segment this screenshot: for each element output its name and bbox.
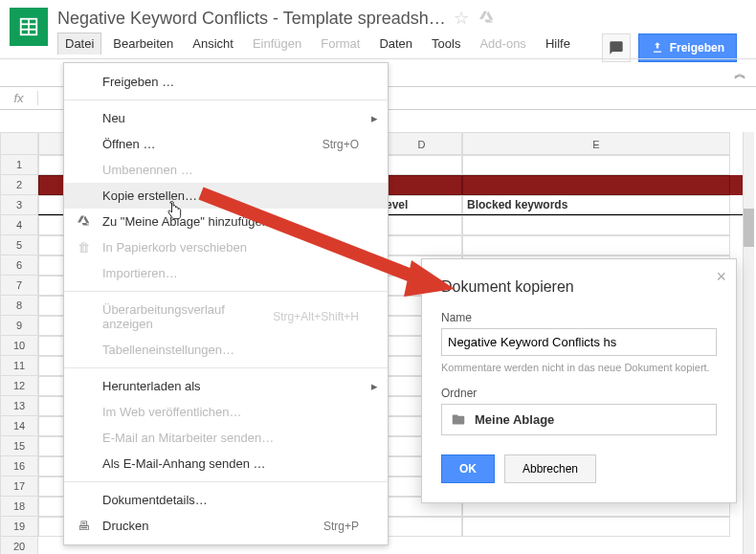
ok-button[interactable]: OK <box>441 454 495 483</box>
menu-item-papierkorb: 🗑 In Papierkorb verschieben <box>64 234 388 260</box>
menu-ansicht[interactable]: Ansicht <box>185 33 241 55</box>
folder-label: Ordner <box>441 387 717 400</box>
menu-item-herunterladen[interactable]: Herunterladen als▸ <box>64 373 388 399</box>
row-header[interactable]: 6 <box>0 255 38 276</box>
star-icon[interactable]: ☆ <box>454 8 469 29</box>
menu-datei[interactable]: Datei <box>57 33 101 55</box>
dialog-hint: Kommentare werden nicht in das neue Doku… <box>441 362 717 373</box>
row-header[interactable]: 11 <box>0 356 38 376</box>
menu-item-verlauf: Überarbeitungsverlauf anzeigenStrg+Alt+S… <box>64 297 388 337</box>
row-header[interactable]: 17 <box>0 476 38 497</box>
folder-icon <box>450 412 467 427</box>
row-header[interactable]: 20 <box>0 537 38 554</box>
vertical-scrollbar[interactable] <box>743 132 754 554</box>
menu-bearbeiten[interactable]: Bearbeiten <box>105 33 181 55</box>
menu-item-importieren: Importieren… <box>64 260 388 286</box>
submenu-arrow-icon: ▸ <box>371 111 378 125</box>
row-headers: 123456789101112131415161718192021 <box>0 155 38 554</box>
row-header[interactable]: 15 <box>0 436 38 456</box>
cancel-button[interactable]: Abbrechen <box>504 454 596 483</box>
menu-item-freigeben[interactable]: Freigeben … <box>64 69 388 95</box>
row-header[interactable]: 1 <box>0 155 38 175</box>
row-header[interactable]: 12 <box>0 376 38 396</box>
menu-item-ablage[interactable]: Zu "Meine Ablage" hinzufügen <box>64 209 388 234</box>
fx-icon: fx <box>0 91 38 105</box>
menu-item-drucken[interactable]: 🖶 DruckenStrg+P <box>64 513 388 539</box>
menu-item-kopie-erstellen[interactable]: Kopie erstellen… <box>64 183 388 209</box>
menu-format[interactable]: Format <box>313 33 367 55</box>
col-header-d[interactable]: D <box>381 132 462 155</box>
menu-item-email-mitarbeiter: E-Mail an Mitarbeiter senden… <box>64 425 388 451</box>
menu-tools[interactable]: Tools <box>424 33 468 55</box>
menu-item-oeffnen[interactable]: Öffnen …Strg+O <box>64 131 388 157</box>
drive-icon[interactable] <box>478 8 494 29</box>
row-header[interactable]: 9 <box>0 316 38 336</box>
sheets-logo[interactable] <box>10 8 48 46</box>
menu-item-umbenennen: Umbenennen … <box>64 157 388 183</box>
row-header[interactable]: 14 <box>0 416 38 436</box>
name-label: Name <box>441 311 717 324</box>
row-header[interactable]: 18 <box>0 497 38 517</box>
share-button-label: Freigeben <box>670 41 724 55</box>
menu-item-neu[interactable]: Neu▸ <box>64 105 388 131</box>
menu-addons[interactable]: Add-ons <box>472 33 533 55</box>
cursor-pointer-icon <box>165 201 184 228</box>
folder-value: Meine Ablage <box>475 412 554 427</box>
row-header[interactable]: 13 <box>0 396 38 416</box>
row-header[interactable]: 3 <box>0 195 38 215</box>
header-cell-level[interactable]: evel <box>381 195 462 214</box>
close-icon[interactable]: × <box>716 267 726 287</box>
row-header[interactable]: 4 <box>0 215 38 235</box>
drive-add-icon <box>76 214 91 229</box>
menu-einfuegen[interactable]: Einfügen <box>245 33 309 55</box>
row-header[interactable]: 19 <box>0 517 38 537</box>
name-input[interactable] <box>441 328 717 356</box>
select-all-cell[interactable] <box>0 132 38 155</box>
menu-hilfe[interactable]: Hilfe <box>538 33 578 55</box>
row-header[interactable]: 2 <box>0 175 38 195</box>
print-icon: 🖶 <box>76 519 91 533</box>
scrollbar-thumb[interactable] <box>744 209 754 247</box>
submenu-arrow-icon: ▸ <box>371 379 378 393</box>
collapse-toolbar-icon[interactable]: ︽ <box>734 65 746 82</box>
menu-item-web-veroeffentlichen: Im Web veröffentlichen… <box>64 399 388 425</box>
menu-daten[interactable]: Daten <box>371 33 420 55</box>
row-header[interactable]: 7 <box>0 276 38 296</box>
row-header[interactable]: 16 <box>0 456 38 476</box>
app-header: Negative Keyword Conflicts - Template sp… <box>0 0 756 55</box>
menu-item-tabelleneinstellungen: Tabelleneinstellungen… <box>64 337 388 363</box>
header-cell-blocked[interactable]: Blocked keywords <box>462 195 730 214</box>
row-header[interactable]: 8 <box>0 296 38 316</box>
row-header[interactable]: 5 <box>0 235 38 255</box>
folder-picker[interactable]: Meine Ablage <box>441 404 717 435</box>
file-menu-dropdown: Freigeben … Neu▸ Öffnen …Strg+O Umbenenn… <box>63 62 389 545</box>
trash-icon: 🗑 <box>76 240 91 255</box>
dialog-title: Dokument kopieren <box>441 278 717 296</box>
menu-item-email-anhang[interactable]: Als E-Mail-Anhang senden … <box>64 451 388 476</box>
col-header-e[interactable]: E <box>462 132 730 155</box>
menu-item-dokumentdetails[interactable]: Dokumentdetails… <box>64 487 388 513</box>
document-title[interactable]: Negative Keyword Conflicts - Template sp… <box>57 9 446 29</box>
copy-document-dialog: × Dokument kopieren Name Kommentare werd… <box>421 258 737 503</box>
row-header[interactable]: 10 <box>0 336 38 356</box>
